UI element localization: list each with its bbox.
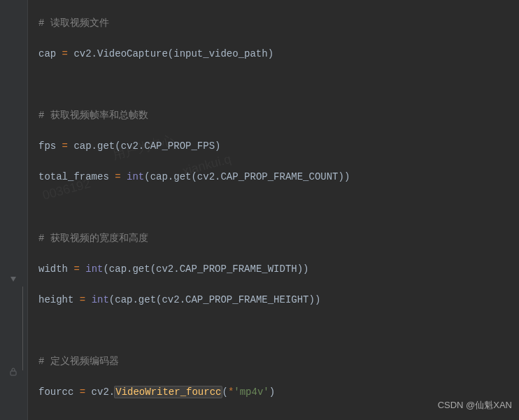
code-text <box>121 171 127 182</box>
code-comment: # 读取视频文件 <box>38 17 109 29</box>
code-operator: = <box>115 171 120 182</box>
code-text: (cap.get(cv2.CAP_PROP_FRAME_COUNT)) <box>144 171 350 182</box>
blank-line <box>38 323 519 338</box>
code-text: cap.get(cv2.CAP_PROP_FPS) <box>68 140 220 152</box>
code-operator: = <box>80 386 85 398</box>
lock-icon <box>8 366 18 376</box>
gutter <box>0 0 28 420</box>
code-operator: = <box>62 140 68 152</box>
code-text <box>85 294 91 305</box>
svg-rect-0 <box>10 371 16 375</box>
blank-line <box>38 200 519 215</box>
blank-line <box>38 77 519 92</box>
code-operator: = <box>80 294 85 305</box>
code-builtin: int <box>127 171 144 182</box>
csdn-watermark: CSDN @仙魁XAN <box>438 398 512 413</box>
code-comment: # 定义视频编码器 <box>38 356 119 367</box>
code-text: fps <box>38 140 62 152</box>
code-text: (cap.get(cv2.CAP_PROP_FRAME_HEIGHT)) <box>109 294 320 305</box>
code-text: (cap.get(cv2.CAP_PROP_FRAME_WIDTH)) <box>103 263 308 275</box>
code-comment: # 获取视频帧率和总帧数 <box>38 110 148 121</box>
code-text: ( <box>222 386 227 398</box>
blank-line <box>38 415 519 420</box>
code-operator: = <box>62 48 68 59</box>
code-text: total_frames <box>38 171 115 182</box>
code-comment: # 获取视频的宽度和高度 <box>38 233 148 244</box>
fold-icon[interactable] <box>8 274 18 284</box>
code-text: ) <box>269 386 275 398</box>
code-text: width <box>38 263 73 275</box>
code-text <box>80 263 85 275</box>
code-builtin: int <box>85 263 103 275</box>
code-string: 'mp4v' <box>234 386 269 398</box>
code-editor[interactable]: # 读取视频文件 cap = cv2.VideoCapture(input_vi… <box>38 0 519 420</box>
code-text: cap <box>38 48 62 59</box>
code-text: height <box>38 294 80 305</box>
code-operator: = <box>73 263 79 275</box>
code-builtin: int <box>92 294 109 305</box>
code-text: fourcc <box>38 386 80 398</box>
code-text: cv2.VideoCapture(input_video_path) <box>68 48 273 59</box>
highlighted-token: VideoWriter_fourcc <box>114 386 222 398</box>
code-text: cv2. <box>85 386 115 398</box>
